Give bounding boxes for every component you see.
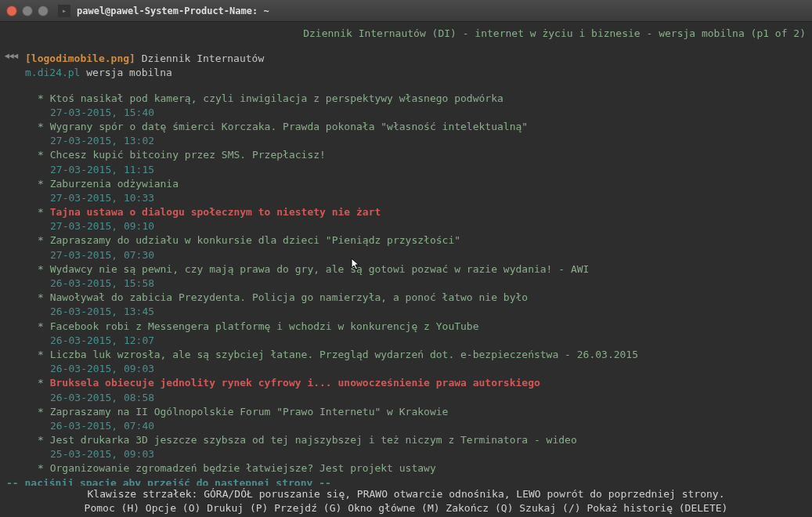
window-title: pawel@pawel-System-Product-Name: ~ xyxy=(77,5,269,16)
article-title[interactable]: Jest drukarka 3D jeszcze szybsza od tej … xyxy=(50,434,577,446)
article-title[interactable]: Ktoś nasikał pod kamerą, czyli inwigilac… xyxy=(50,92,503,104)
footer: Klawisze strzałek: GÓRA/DÓŁ poruszanie s… xyxy=(0,486,812,517)
bullet-icon: * xyxy=(38,406,50,418)
logo-line: [logodimobile.png] Dziennik Internautów xyxy=(3,52,809,66)
close-button[interactable] xyxy=(6,5,17,16)
terminal-content[interactable]: ◂◂◂ Dziennik Internautów (DI) - internet… xyxy=(0,22,812,494)
bullet-icon: * xyxy=(38,377,50,389)
bullet-icon: * xyxy=(38,434,50,446)
article-item: * Wydawcy nie są pewni, czy mają prawa d… xyxy=(38,262,809,291)
bullet-icon: * xyxy=(38,178,50,190)
footer-help-line2: Pomoc (H) Opcje (O) Drukuj (P) Przejdź (… xyxy=(3,501,809,515)
article-item: * Zaburzenia odżywiania27-03-2015, 10:33 xyxy=(38,177,809,205)
article-date: 27-03-2015, 10:33 xyxy=(38,191,809,205)
bullet-icon: * xyxy=(38,291,50,303)
article-item: * Ktoś nasikał pod kamerą, czyli inwigil… xyxy=(38,92,809,120)
minimize-button[interactable] xyxy=(22,5,33,16)
article-date: 27-03-2015, 13:02 xyxy=(38,134,809,148)
article-date: 26-03-2015, 12:07 xyxy=(38,334,809,348)
window-controls xyxy=(6,5,49,16)
bullet-icon: * xyxy=(38,462,50,474)
footer-help-line1: Klawisze strzałek: GÓRA/DÓŁ poruszanie s… xyxy=(3,487,809,501)
article-title[interactable]: Liczba luk wzrosła, ale są szybciej łata… xyxy=(50,349,638,360)
back-arrows-icon: ◂◂◂ xyxy=(3,47,16,64)
article-item: * Nawoływał do zabicia Prezydenta. Polic… xyxy=(38,291,809,319)
article-item: * Zapraszamy na II Ogólnopolskie Forum "… xyxy=(38,405,809,433)
article-date: 27-03-2015, 09:10 xyxy=(38,219,809,233)
article-title[interactable]: Chcesz kupić bitcoiny przez SMS. Przepła… xyxy=(50,149,326,161)
article-title[interactable]: Zapraszamy na II Ogólnopolskie Forum "Pr… xyxy=(50,406,449,418)
terminal-icon: ▸ xyxy=(58,5,70,17)
site-url[interactable]: m.di24.pl xyxy=(25,67,80,78)
article-item: * Tajna ustawa o dialogu społecznym to n… xyxy=(38,205,809,233)
maximize-button[interactable] xyxy=(38,5,49,16)
article-title[interactable]: Zaburzenia odżywiania xyxy=(50,178,179,190)
article-date: 26-03-2015, 08:58 xyxy=(38,391,809,405)
article-item: * Zapraszamy do udziału w konkursie dla … xyxy=(38,233,809,262)
logo-image-label: [logodimobile.png] xyxy=(25,52,135,64)
article-date: 26-03-2015, 15:58 xyxy=(38,277,809,291)
bullet-icon: * xyxy=(38,320,50,332)
article-item: * Wygrany spór o datę śmierci Korczaka. … xyxy=(38,120,809,148)
article-title[interactable]: Zapraszamy do udziału w konkursie dla dz… xyxy=(50,234,460,246)
article-title[interactable]: Bruksela obiecuje jednolity rynek cyfrow… xyxy=(50,377,540,389)
article-date: 26-03-2015, 07:40 xyxy=(38,419,809,433)
article-title[interactable]: Tajna ustawa o dialogu społecznym to nie… xyxy=(50,206,381,218)
bullet-icon: * xyxy=(38,349,50,360)
article-item: * Liczba luk wzrosła, ale są szybciej ła… xyxy=(38,348,809,376)
window-titlebar: ▸ pawel@pawel-System-Product-Name: ~ xyxy=(0,0,812,22)
article-item: * Facebook robi z Messengera platformę i… xyxy=(38,320,809,348)
site-name: Dziennik Internautów xyxy=(142,52,265,64)
article-title[interactable]: Facebook robi z Messengera platformę i w… xyxy=(50,320,479,332)
article-item: * Organizowanie zgromadzeń będzie łatwie… xyxy=(38,461,809,475)
bullet-icon: * xyxy=(38,121,50,132)
article-date: 26-03-2015, 09:03 xyxy=(38,362,809,376)
article-item: * Chcesz kupić bitcoiny przez SMS. Przep… xyxy=(38,148,809,176)
article-date: 26-03-2015, 13:45 xyxy=(38,305,809,319)
article-date: 27-03-2015, 07:30 xyxy=(38,248,809,262)
article-item: * Jest drukarka 3D jeszcze szybsza od te… xyxy=(38,433,809,461)
bullet-icon: * xyxy=(38,149,50,161)
article-title[interactable]: Wydawcy nie są pewni, czy mają prawa do … xyxy=(50,263,590,275)
bullet-icon: * xyxy=(38,263,50,275)
article-date: 27-03-2015, 11:15 xyxy=(38,163,809,177)
bullet-icon: * xyxy=(38,234,50,246)
article-date: 27-03-2015, 15:40 xyxy=(38,106,809,120)
article-list: * Ktoś nasikał pod kamerą, czyli inwigil… xyxy=(3,92,809,476)
article-title[interactable]: Wygrany spór o datę śmierci Korczaka. Pr… xyxy=(50,121,528,132)
bullet-icon: * xyxy=(38,92,50,104)
article-item: * Bruksela obiecuje jednolity rynek cyfr… xyxy=(38,376,809,404)
article-date: 25-03-2015, 09:03 xyxy=(38,447,809,461)
page-header: Dziennik Internautów (DI) - internet w ż… xyxy=(3,27,809,41)
url-line: m.di24.pl wersja mobilna xyxy=(3,66,809,80)
site-version: wersja mobilna xyxy=(86,67,172,78)
article-title[interactable]: Nawoływał do zabicia Prezydenta. Policja… xyxy=(50,291,528,303)
bullet-icon: * xyxy=(38,206,50,218)
article-title[interactable]: Organizowanie zgromadzeń będzie łatwiejs… xyxy=(50,462,436,474)
